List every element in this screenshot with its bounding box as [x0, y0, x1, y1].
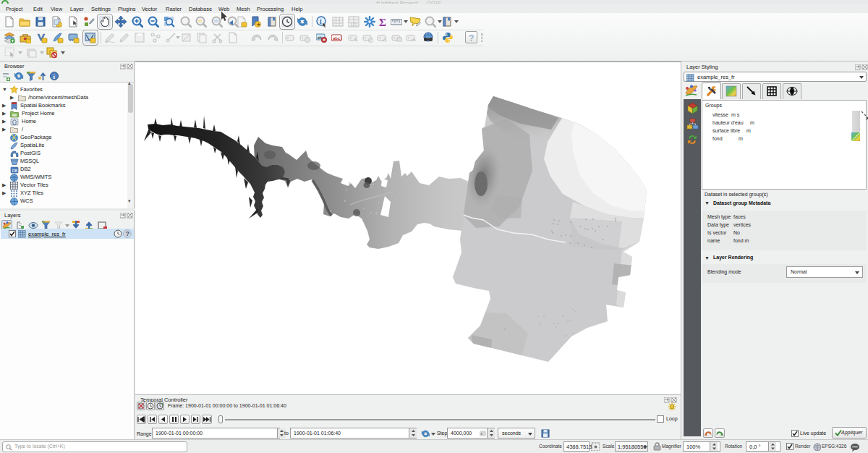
svg-text:?: ?	[125, 230, 129, 237]
svg-text:?: ?	[469, 33, 474, 43]
svg-text:DB: DB	[12, 169, 18, 173]
svg-text:abc: abc	[333, 36, 341, 41]
